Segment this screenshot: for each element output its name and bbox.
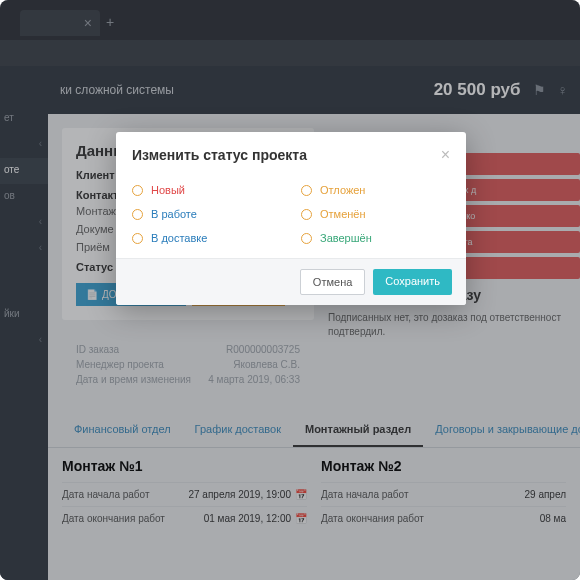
cancel-button[interactable]: Отмена — [300, 269, 365, 295]
status-option-cancelled[interactable]: Отменён — [301, 208, 450, 220]
status-option-in-work[interactable]: В работе — [132, 208, 281, 220]
save-button[interactable]: Сохранить — [373, 269, 452, 295]
status-modal: Изменить статус проекта × Новый В работе… — [116, 132, 466, 305]
close-icon[interactable]: × — [441, 146, 450, 164]
modal-title: Изменить статус проекта — [132, 147, 307, 163]
status-option-postponed[interactable]: Отложен — [301, 184, 450, 196]
status-option-in-delivery[interactable]: В доставке — [132, 232, 281, 244]
status-option-new[interactable]: Новый — [132, 184, 281, 196]
status-option-done[interactable]: Завершён — [301, 232, 450, 244]
